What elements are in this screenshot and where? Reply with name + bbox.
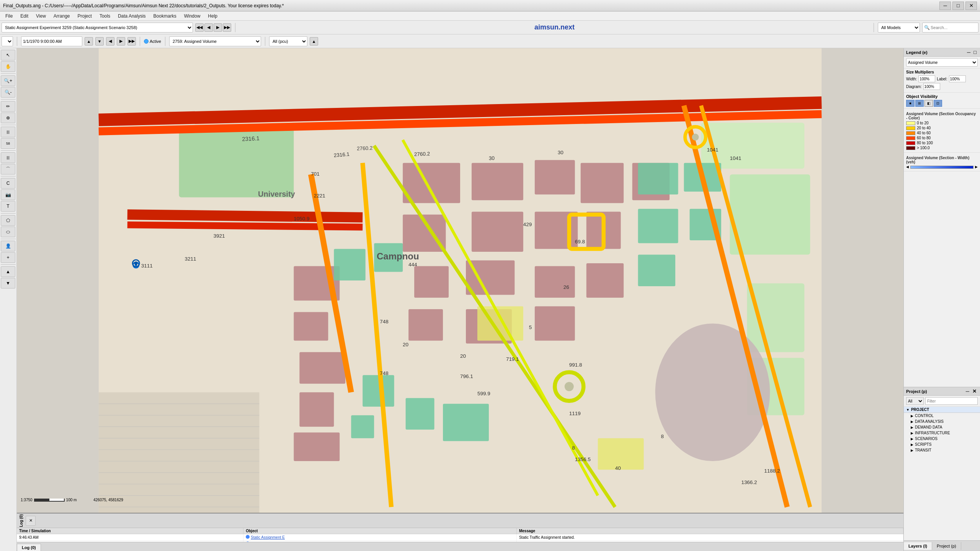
time-back[interactable]: ▲ [85,37,93,46]
color-range-box [906,141,915,145]
node-tool[interactable]: ⊕ [1,112,15,123]
menu-help[interactable]: Help [204,13,221,20]
section-dropdown[interactable]: 2759: Assigned Volume [169,36,261,46]
time-input[interactable] [21,36,82,46]
svg-text:30: 30 [489,155,495,161]
maximize-button[interactable]: □ [952,2,964,10]
project-filter-input[interactable] [925,397,978,405]
ov-btn-3[interactable]: ◧ [924,100,933,107]
tool-group3[interactable]: ||| [1,152,15,163]
menu-file[interactable]: File [2,13,16,20]
project-tree-root[interactable]: ▼ PROJECT [904,407,980,413]
menu-view[interactable]: View [32,13,50,20]
ov-btn-1[interactable]: ■ [906,100,915,107]
tool-text[interactable]: T [1,201,15,212]
tool-more[interactable]: + [1,252,15,263]
project-tree-item[interactable]: ▶ TRANSIT [904,447,980,453]
sim-play3[interactable]: ▶▶ [127,37,136,46]
assigned-volume-dropdown[interactable]: Assigned Volume [906,58,978,67]
layers-tab[interactable]: Layers (l) [904,542,932,550]
svg-text:444: 444 [408,262,417,267]
tool-down[interactable]: ▼ [1,278,15,289]
zoom-out-tool[interactable]: 🔍- [1,87,15,98]
close-button[interactable]: ✕ [965,2,977,10]
map-container[interactable]: 2316.1 2760.2 30 30 701 2221 1050.9 3921… [17,48,903,513]
zoom-in-tool[interactable]: 🔍+ [1,75,15,86]
menu-project[interactable]: Project [74,13,96,20]
svg-text:3111: 3111 [141,263,153,269]
panel-bottom-tabs: Layers (l) Project (p) [904,540,980,551]
play-controls: ◀◀ ◀ ▶ ▶▶ [195,23,231,32]
tool-up[interactable]: ▲ [1,266,15,277]
center-and-right: ↖ ✋ 🔍+ 🔍- ✏ ⊕ ||| 58 ||| ⌒ C 📷 T ⬠ ⬭ 👤 + [0,48,980,551]
project-tree-item[interactable]: ▶ CONTROL [904,413,980,419]
tool-agent[interactable]: 👤 [1,241,15,251]
color-range-box [906,131,915,135]
project-tree-item[interactable]: ▶ INFRASTRUCTURE [904,430,980,436]
svg-rect-2 [294,312,328,341]
search-input[interactable] [931,25,977,30]
project-tab[interactable]: Project (p) [932,542,961,550]
scale-label: 100 m [66,498,77,502]
vehicle-filter[interactable]: All (pcu) [269,36,307,46]
legend-expand-btn[interactable]: □ [972,49,978,55]
ov-btn-4[interactable]: ⊡ [934,100,942,107]
menu-window[interactable]: Window [180,13,204,20]
diagram-input[interactable] [923,83,940,90]
model-filter-dropdown[interactable]: All Models [878,23,920,33]
log-tab[interactable]: Log (0) [17,544,41,551]
back-button[interactable]: ◀ [204,23,213,32]
back-fast-button[interactable]: ◀◀ [195,23,204,32]
svg-text:8: 8 [572,445,575,451]
color-range-item: 60 to 80 [906,136,978,140]
color-range-label: 40 to 60 [917,131,931,135]
forward-button[interactable]: ▶▶ [223,23,231,32]
svg-text:40: 40 [615,465,621,471]
scenario-dropdown[interactable]: Static Assignment Experiment 3259 (Stati… [2,23,193,33]
width-legend-bar-container: ◀ ▶ [906,165,978,170]
tool-group2[interactable]: 58 [1,138,15,149]
minimize-button[interactable]: ─ [939,2,951,10]
menu-bookmarks[interactable]: Bookmarks [150,13,180,20]
frame-select[interactable]: A [2,36,13,46]
select-tool[interactable]: ↖ [1,50,15,60]
project-tree-item[interactable]: ▶ SCENARIOS [904,436,980,442]
sim-play2[interactable]: ▶ [117,37,125,46]
log-close-button[interactable]: ✕ [26,516,36,526]
filter-collapse[interactable]: ▲ [310,37,318,46]
time-fwd[interactable]: ▼ [95,37,104,46]
project-tree-item[interactable]: ▶ DATA ANALYSIS [904,419,980,424]
sim-play[interactable]: ◀ [106,37,114,46]
pan-tool[interactable]: ✋ [1,61,15,72]
menu-arrange[interactable]: Arrange [50,13,74,20]
tool-poly[interactable]: ⬠ [1,215,15,226]
ov-btn-2[interactable]: ⊞ [915,100,924,107]
menu-tools[interactable]: Tools [96,13,114,20]
play-button[interactable]: ▶ [214,23,222,32]
log-object-link[interactable]: Static Assignment E [251,535,285,540]
svg-point-104 [134,262,138,265]
log-entries-table: Time / Simulation Object Message 9:46:43… [17,528,903,542]
width-legend-arrow-right: ▶ [975,165,978,170]
right-panel: Legend (e) ─ □ Assigned Volume Size Mult… [903,48,980,551]
label-input[interactable] [949,75,966,82]
proj-expand-btn[interactable]: ✕ [971,388,978,394]
tool-camera[interactable]: 📷 [1,189,15,200]
tool-circle[interactable]: C [1,178,15,189]
svg-rect-12 [472,212,523,252]
tool-arc[interactable]: ⌒ [1,164,15,174]
menu-data-analysis[interactable]: Data Analysis [114,13,150,20]
width-input[interactable] [918,75,935,82]
proj-minimize-btn[interactable]: ─ [965,388,970,394]
title-bar-text: Final_Outputs.ang - C:/Users/-----/AppDa… [3,3,284,8]
project-tree-item[interactable]: ▶ SCRIPTS [904,442,980,447]
tool-ellipse[interactable]: ⬭ [1,227,15,237]
project-tree-item[interactable]: ▶ DEMAND DATA [904,424,980,430]
menu-edit[interactable]: Edit [16,13,32,20]
pencil-tool[interactable]: ✏ [1,101,15,112]
legend-minimize-btn[interactable]: ─ [966,49,972,55]
tool-group1[interactable]: ||| [1,127,15,137]
svg-text:1041: 1041 [730,155,741,161]
project-filter-select[interactable]: All [906,397,924,405]
svg-rect-9 [581,163,624,203]
